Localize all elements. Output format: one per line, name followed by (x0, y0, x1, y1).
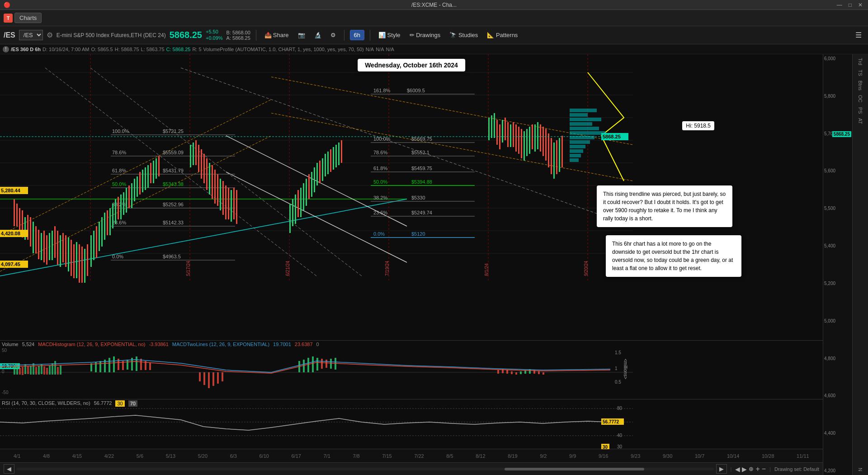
symbol-name[interactable]: /ES (4, 31, 15, 39)
close-button[interactable]: ✕ (856, 2, 864, 8)
scroll-thumb[interactable] (505, 468, 644, 470)
chart-icon: 📊 (378, 32, 386, 38)
svg-rect-113 (128, 185, 130, 208)
na3: N/A (386, 47, 394, 52)
menu-icon[interactable]: ☰ (853, 29, 864, 41)
sidebar-n[interactable]: N (856, 466, 865, 473)
timeframe-button[interactable]: 6h (350, 30, 364, 40)
svg-rect-81 (41, 233, 42, 260)
svg-text:78.6%: 78.6% (112, 150, 126, 155)
symbol-dropdown[interactable]: /ES (19, 30, 43, 40)
svg-rect-254 (203, 372, 205, 385)
svg-rect-140 (231, 190, 232, 222)
zoom-out-button[interactable]: − (762, 465, 766, 473)
price-5500: 5,500 (824, 206, 851, 211)
svg-text:0: 0 (2, 369, 5, 374)
svg-rect-186 (551, 138, 552, 174)
window-title: /ES:XCME - Cha... (411, 2, 457, 8)
macd-hist-val: -3.93861 (149, 342, 168, 347)
sidebar-trd[interactable]: Trd (856, 56, 865, 67)
svg-rect-229 (35, 367, 37, 375)
svg-text:7/19/24: 7/19/24 (385, 261, 390, 276)
svg-rect-266 (330, 359, 332, 369)
svg-rect-260 (303, 360, 305, 372)
svg-rect-89 (62, 233, 64, 262)
patterns-button[interactable]: 📐 Patterns (484, 30, 520, 40)
macd-lines-val3: 0 (316, 342, 319, 347)
svg-rect-194 (570, 118, 601, 121)
zoom-fit-button[interactable]: ⊕ (749, 466, 754, 472)
chart-date: D: 10/16/24, 7:00 AM (42, 47, 89, 52)
maximize-button[interactable]: □ (847, 2, 854, 8)
chart-open: O: 5865.5 (91, 47, 113, 52)
svg-rect-277 (538, 371, 540, 374)
minimize-button[interactable]: — (835, 2, 844, 8)
x-label: 8/19 (508, 453, 517, 459)
svg-rect-104 (104, 213, 105, 240)
scroll-right-button[interactable]: ▶ (716, 464, 727, 474)
settings-button[interactable]: ⚙ (328, 30, 339, 40)
x-label: 7/1 (324, 453, 330, 459)
price-4200: 4,200 (824, 468, 851, 473)
svg-rect-247 (127, 360, 128, 370)
x-label: 10/14 (727, 453, 740, 459)
svg-rect-73 (19, 208, 20, 233)
svg-text:38.2%: 38.2% (373, 195, 387, 200)
config-icon[interactable]: ⚙ (47, 31, 53, 39)
svg-rect-272 (515, 372, 517, 375)
svg-text:4,420.08: 4,420.08 (1, 231, 20, 236)
sidebar-btns[interactable]: Btns (856, 79, 865, 92)
price-4600: 4,600 (824, 393, 851, 398)
ask: A: 5868.25 (226, 35, 250, 41)
flask-icon: 🔬 (314, 32, 321, 38)
svg-rect-101 (96, 226, 97, 258)
svg-text:5868.25: 5868.25 (603, 134, 621, 139)
style-button[interactable]: 📊 Style (376, 30, 403, 40)
volume-label: Volume (2, 342, 19, 347)
sidebar-at[interactable]: AT (856, 116, 865, 126)
nav-left-button[interactable]: ◀ (735, 466, 740, 473)
sidebar-ts[interactable]: TS (856, 68, 865, 78)
main-chart[interactable]: Wednesday, October 16th 2024 Hi: 5918.5 (0, 54, 823, 340)
svg-rect-137 (222, 181, 224, 215)
svg-text:161.8%: 161.8% (373, 88, 391, 93)
zoom-in-button[interactable]: + (755, 465, 760, 473)
svg-rect-149 (306, 179, 307, 206)
flask-button[interactable]: 🔬 (311, 30, 324, 40)
svg-text:80: 80 (617, 406, 623, 411)
svg-rect-154 (319, 161, 321, 183)
chart-indicator: VolumeProfile (AUTOMATIC, 1.0, CHART, 1,… (203, 47, 364, 52)
svg-rect-97 (84, 249, 85, 283)
sidebar-oc[interactable]: OC (856, 93, 865, 104)
sidebar-ps[interactable]: PS (856, 105, 865, 116)
svg-rect-164 (491, 115, 492, 138)
svg-rect-170 (507, 122, 509, 147)
price-4400: 4,400 (824, 431, 851, 436)
callout-1: This rising trendline was pierced, but j… (597, 185, 732, 227)
svg-rect-160 (335, 145, 337, 167)
svg-rect-257 (217, 372, 219, 384)
svg-rect-221 (14, 366, 15, 375)
drawings-button[interactable]: ✏ Drawings (407, 30, 443, 40)
nav-right-button[interactable]: ▶ (742, 466, 747, 473)
svg-rect-183 (542, 127, 544, 156)
svg-rect-121 (150, 163, 151, 183)
share-button[interactable]: 📤 Share (262, 30, 292, 40)
svg-rect-249 (136, 356, 137, 371)
studies-label: Studies (458, 32, 478, 38)
x-label: 9/9 (569, 453, 576, 459)
right-sidebar: Trd TS Btns OC PS AT N (852, 54, 868, 475)
rsi-val: 56.7772 (94, 400, 112, 407)
svg-rect-162 (341, 140, 342, 163)
charts-button[interactable]: Charts (14, 13, 42, 23)
svg-text:$5252.96: $5252.96 (163, 202, 184, 207)
svg-rect-269 (502, 369, 504, 373)
camera-button[interactable]: 📷 (295, 30, 308, 40)
svg-rect-146 (297, 190, 299, 217)
svg-text:23.6%: 23.6% (112, 220, 126, 225)
scroll-left-button[interactable]: ◀ (4, 464, 14, 474)
studies-button[interactable]: 🔭 Studies (447, 30, 481, 40)
separator (344, 30, 344, 41)
bid-ask: B: 5868.00 A: 5868.25 (226, 30, 250, 41)
svg-rect-177 (526, 129, 528, 156)
